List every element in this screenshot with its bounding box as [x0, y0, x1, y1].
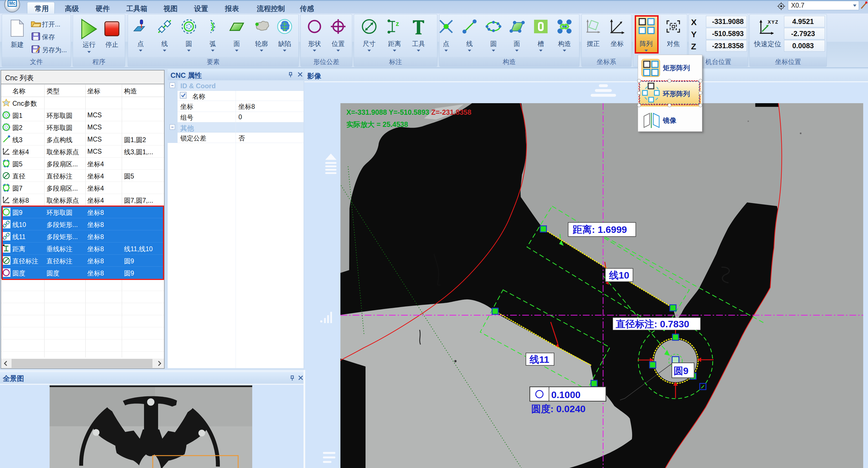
svg-text:圆度: 0.0240: 圆度: 0.0240: [531, 404, 586, 414]
svg-text:0.1000: 0.1000: [551, 389, 581, 400]
svg-text:z: z: [396, 20, 399, 27]
svg-text:实际放大 = 25.4538: 实际放大 = 25.4538: [346, 120, 408, 128]
svg-text:距离: 1.6999: 距离: 1.6999: [572, 224, 627, 235]
svg-text:线11: 线11: [529, 354, 549, 365]
svg-text:线10: 线10: [609, 270, 629, 281]
svg-text:直径标注: 0.7830: 直径标注: 0.7830: [616, 319, 689, 329]
svg-text:X=-331.9088 Y=-510.5893 Z=-231: X=-331.9088 Y=-510.5893 Z=-231.8358: [346, 108, 471, 116]
svg-text:XYZ: XYZ: [768, 20, 778, 25]
svg-text:圆9: 圆9: [674, 365, 688, 376]
